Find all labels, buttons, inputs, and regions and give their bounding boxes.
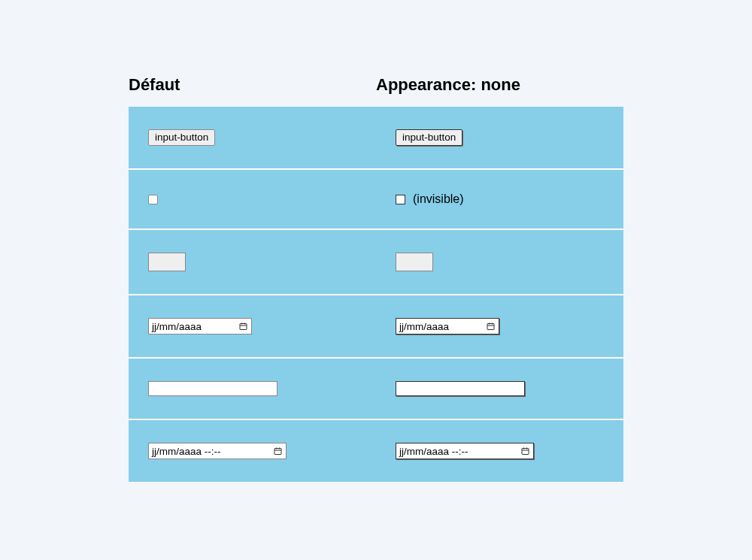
input-date-default[interactable]: jj/mm/aaaa: [148, 318, 252, 334]
cell-button-none: input-button: [376, 107, 623, 168]
cell-checkbox-none: (invisible): [376, 170, 623, 229]
cell-text-none: [376, 359, 623, 419]
checkbox-note: (invisible): [413, 192, 464, 206]
input-text-none[interactable]: [396, 381, 525, 396]
input-button-none[interactable]: input-button: [396, 129, 462, 146]
header-default: Défaut: [129, 75, 376, 95]
input-checkbox-none[interactable]: [396, 195, 405, 204]
cell-color-default: [129, 230, 376, 294]
column-headers: Défaut Appearance: none: [129, 75, 623, 95]
svg-rect-8: [274, 449, 281, 455]
date-placeholder: jj/mm/aaaa: [152, 321, 202, 332]
row-datetime: jj/mm/aaaa --:-- jj/mm/aaaa --:--: [129, 420, 623, 482]
calendar-icon: [486, 322, 496, 331]
datetime-placeholder: jj/mm/aaaa --:--: [399, 446, 468, 457]
row-color: [129, 230, 623, 295]
cell-checkbox-default: [129, 170, 376, 229]
input-text-default[interactable]: [148, 381, 277, 396]
form-comparison-table: Défaut Appearance: none input-button inp…: [129, 75, 623, 482]
calendar-icon: [238, 322, 248, 331]
input-color-default[interactable]: [148, 253, 186, 271]
cell-color-none: [376, 230, 623, 294]
date-placeholder: jj/mm/aaaa: [399, 321, 449, 332]
row-date: jj/mm/aaaa jj/mm/aaaa: [129, 295, 623, 359]
input-button-default[interactable]: input-button: [148, 129, 215, 146]
row-checkbox: (invisible): [129, 170, 623, 230]
cell-datetime-default: jj/mm/aaaa --:--: [129, 420, 376, 482]
calendar-icon: [520, 446, 530, 456]
cell-date-default: jj/mm/aaaa: [129, 295, 376, 357]
input-datetime-none[interactable]: jj/mm/aaaa --:--: [396, 443, 534, 459]
cell-datetime-none: jj/mm/aaaa --:--: [376, 420, 623, 482]
cell-button-default: input-button: [129, 107, 376, 168]
svg-rect-0: [240, 324, 247, 330]
inputs-table: input-button input-button (invisible): [129, 107, 623, 482]
header-appearance-none: Appearance: none: [376, 75, 623, 95]
calendar-icon: [273, 446, 283, 456]
datetime-placeholder: jj/mm/aaaa --:--: [152, 446, 221, 457]
input-color-none[interactable]: [396, 253, 433, 271]
svg-rect-12: [522, 449, 529, 455]
svg-rect-4: [487, 324, 494, 330]
input-date-none[interactable]: jj/mm/aaaa: [396, 318, 499, 334]
input-checkbox-default[interactable]: [148, 195, 158, 204]
input-datetime-default[interactable]: jj/mm/aaaa --:--: [148, 443, 287, 459]
cell-text-default: [129, 359, 376, 419]
cell-date-none: jj/mm/aaaa: [376, 295, 623, 357]
row-button: input-button input-button: [129, 107, 623, 170]
row-text: [129, 359, 623, 420]
